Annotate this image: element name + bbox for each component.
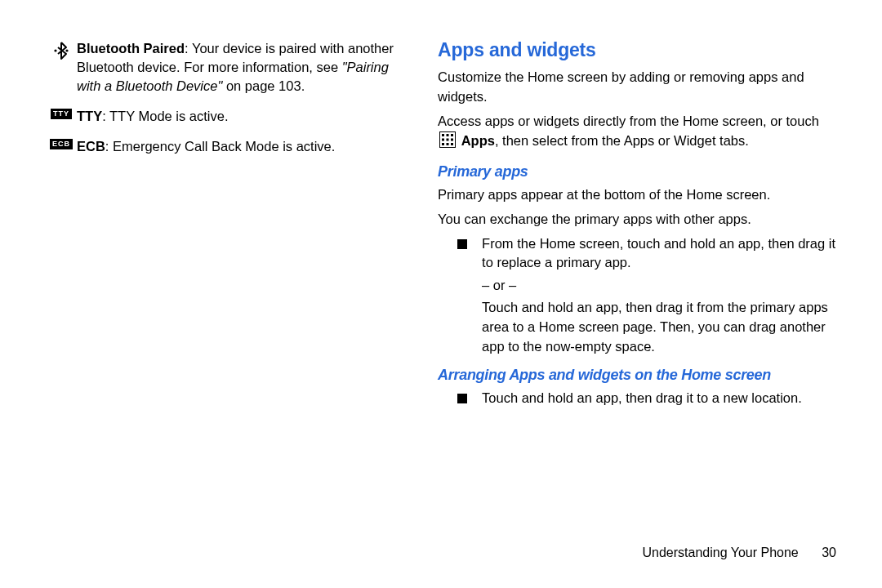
apps-p2-b: , then select from the Apps or Widget ta… [495, 133, 749, 148]
status-item-tty: TTY TTY: TTY Mode is active. [46, 107, 412, 126]
apps-p2: Access apps or widgets directly from the… [438, 112, 836, 154]
apps-label: Apps [461, 133, 495, 148]
ecb-icon: ECB [46, 137, 77, 149]
bluetooth-term: Bluetooth Paired [77, 41, 185, 56]
tty-icon: TTY [46, 107, 77, 119]
bluetooth-text: Bluetooth Paired: Your device is paired … [77, 39, 412, 96]
svg-rect-4 [447, 134, 449, 136]
tty-text: TTY: TTY Mode is active. [77, 107, 412, 126]
svg-rect-3 [442, 134, 444, 136]
arranging-bullet-1-text: Touch and hold an app, then drag it to a… [482, 389, 836, 408]
arranging-bullet-1: Touch and hold an app, then drag it to a… [457, 389, 836, 408]
status-item-bluetooth: Bluetooth Paired: Your device is paired … [46, 39, 412, 96]
bluetooth-desc-b: on page 103. [222, 78, 305, 93]
ecb-term: ECB [77, 139, 105, 154]
square-bullet-icon [457, 239, 467, 249]
page-footer: Understanding Your Phone 30 [642, 546, 836, 560]
square-bullet-icon [457, 394, 467, 403]
left-column: Bluetooth Paired: Your device is paired … [46, 39, 412, 413]
svg-rect-9 [442, 143, 444, 145]
svg-rect-11 [451, 143, 453, 145]
primary-p1: Primary apps appear at the bottom of the… [438, 185, 836, 205]
footer-page-number: 30 [822, 546, 836, 560]
ecb-badge: ECB [50, 139, 73, 149]
footer-section: Understanding Your Phone [642, 546, 798, 559]
apps-p2-a: Access apps or widgets directly from the… [438, 114, 819, 128]
tty-desc: : TTY Mode is active. [102, 109, 228, 123]
status-item-ecb: ECB ECB: Emergency Call Back Mode is act… [46, 137, 412, 156]
two-column-layout: Bluetooth Paired: Your device is paired … [46, 39, 836, 413]
right-column: Apps and widgets Customize the Home scre… [438, 39, 836, 413]
primary-bullet-1-text: From the Home screen, touch and hold an … [482, 234, 836, 274]
ecb-desc: : Emergency Call Back Mode is active. [105, 139, 336, 154]
primary-p2: You can exchange the primary apps with o… [438, 210, 836, 229]
svg-rect-5 [451, 134, 453, 136]
or-divider: – or – [482, 278, 836, 293]
bluetooth-paired-icon [46, 39, 77, 60]
svg-point-0 [54, 49, 56, 51]
apps-p1: Customize the Home screen by adding or r… [438, 68, 836, 107]
heading-primary-apps: Primary apps [438, 163, 836, 180]
svg-rect-6 [442, 138, 444, 140]
svg-rect-7 [447, 138, 449, 140]
heading-apps-and-widgets: Apps and widgets [438, 39, 836, 61]
apps-grid-icon [439, 131, 456, 154]
svg-rect-8 [451, 138, 453, 140]
heading-arranging: Arranging Apps and widgets on the Home s… [438, 367, 836, 384]
primary-bullet-1: From the Home screen, touch and hold an … [457, 234, 836, 274]
primary-bullet-1-continuation: Touch and hold an app, then drag it from… [482, 298, 836, 357]
svg-rect-10 [447, 143, 449, 145]
svg-point-1 [65, 49, 68, 51]
tty-badge: TTY [51, 109, 72, 119]
tty-term: TTY [77, 109, 102, 123]
manual-page: Bluetooth Paired: Your device is paired … [0, 0, 882, 588]
ecb-text: ECB: Emergency Call Back Mode is active. [77, 137, 412, 156]
